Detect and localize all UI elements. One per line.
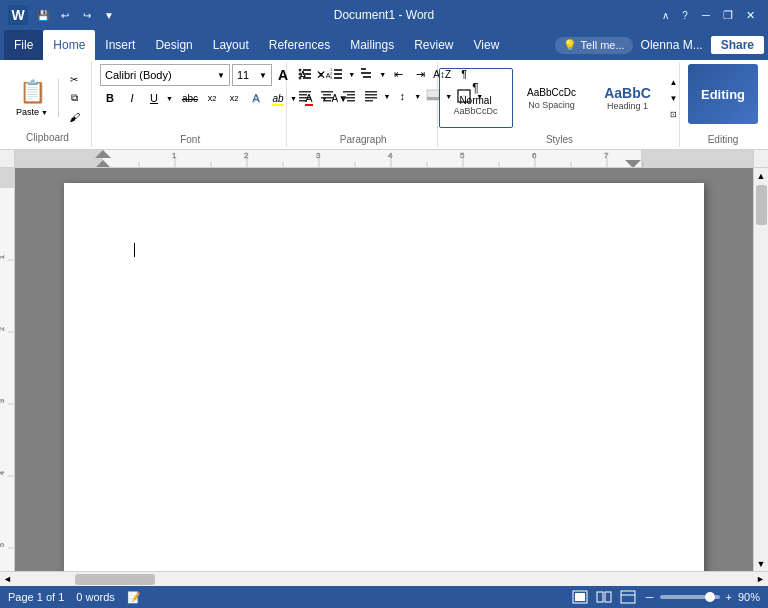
styles-container: ¶ Normal AaBbCcDc AaBbCcDc No Spacing Aa…: [439, 68, 665, 128]
style-normal[interactable]: ¶ Normal AaBbCcDc: [439, 68, 513, 128]
tab-layout[interactable]: Layout: [203, 30, 259, 60]
h-scroll-track[interactable]: [15, 572, 753, 586]
ruler-right-spacer: [753, 150, 768, 167]
zoom-slider[interactable]: [660, 595, 720, 599]
underline-button[interactable]: U: [144, 88, 164, 108]
tab-home[interactable]: Home: [43, 30, 95, 60]
increase-indent-button[interactable]: ⇥: [410, 64, 430, 84]
paste-button[interactable]: 📋 Paste ▼: [10, 69, 54, 127]
line-spacing-dropdown[interactable]: ▼: [414, 93, 421, 100]
ribbon-minimize-button[interactable]: ∧: [656, 6, 674, 24]
tell-me-input[interactable]: 💡 Tell me...: [555, 37, 633, 54]
tab-references[interactable]: References: [259, 30, 340, 60]
scroll-up-button[interactable]: ▲: [754, 168, 769, 183]
save-button[interactable]: 💾: [34, 6, 52, 24]
multilevel-dropdown[interactable]: ▼: [379, 71, 386, 78]
scroll-down-button[interactable]: ▼: [754, 556, 769, 571]
zoom-out-button[interactable]: ─: [644, 591, 656, 603]
font-name-selector[interactable]: Calibri (Body) ▼: [100, 64, 230, 86]
separator: [58, 79, 59, 117]
redo-button[interactable]: ↪: [78, 6, 96, 24]
highlight-color-button[interactable]: ab: [268, 88, 288, 108]
customize-button[interactable]: ▼: [100, 6, 118, 24]
view-reading-mode[interactable]: [596, 590, 612, 604]
styles-scroll-up[interactable]: ▲: [667, 75, 681, 89]
line-spacing-button[interactable]: ↕: [392, 86, 412, 106]
font-size-selector[interactable]: 11 ▼: [232, 64, 272, 86]
close-window-button[interactable]: ✕: [740, 5, 760, 25]
svg-rect-11: [334, 77, 342, 79]
align-right-button[interactable]: [339, 86, 359, 106]
scroll-thumb[interactable]: [756, 185, 767, 225]
view-print-layout[interactable]: [572, 590, 588, 604]
zoom-in-button[interactable]: +: [724, 591, 734, 603]
svg-text:4: 4: [388, 151, 393, 160]
tab-review[interactable]: Review: [404, 30, 463, 60]
status-bar-right: ─ + 90%: [572, 590, 760, 604]
paste-dropdown-icon[interactable]: ▼: [41, 109, 48, 116]
svg-rect-26: [347, 94, 355, 96]
style-heading1[interactable]: AaBbC Heading 1: [591, 68, 665, 128]
decrease-indent-button[interactable]: ⇤: [388, 64, 408, 84]
bold-button[interactable]: B: [100, 88, 120, 108]
status-bar: Page 1 of 1 0 words 📝 ─ + 90%: [0, 586, 768, 608]
numbering-button[interactable]: 1.2.3.: [326, 64, 346, 84]
h-scroll-right-button[interactable]: ►: [753, 572, 768, 587]
justify-button[interactable]: [361, 86, 381, 106]
share-button[interactable]: Share: [711, 36, 764, 54]
editing-button[interactable]: Editing: [688, 64, 758, 124]
tab-view[interactable]: View: [464, 30, 510, 60]
style-no-spacing[interactable]: AaBbCcDc No Spacing: [515, 68, 589, 128]
copy-button[interactable]: ⧉: [63, 89, 85, 107]
scroll-track[interactable]: [754, 183, 768, 556]
tab-mailings[interactable]: Mailings: [340, 30, 404, 60]
restore-window-button[interactable]: ❐: [718, 5, 738, 25]
bullets-dropdown[interactable]: ▼: [317, 71, 324, 78]
align-center-button[interactable]: [317, 86, 337, 106]
svg-text:6: 6: [532, 151, 537, 160]
multilevel-list-button[interactable]: [357, 64, 377, 84]
svg-rect-23: [321, 97, 333, 99]
bullets-button[interactable]: [295, 64, 315, 84]
numbering-dropdown[interactable]: ▼: [348, 71, 355, 78]
proofing-icon[interactable]: 📝: [127, 591, 141, 604]
italic-button[interactable]: I: [122, 88, 142, 108]
font-color-button[interactable]: A: [299, 88, 319, 108]
subscript-button[interactable]: x2: [202, 88, 222, 108]
svg-rect-22: [323, 94, 331, 96]
svg-rect-3: [303, 73, 311, 75]
tab-file[interactable]: File: [4, 30, 43, 60]
minimize-window-button[interactable]: ─: [696, 5, 716, 25]
svg-rect-39: [641, 150, 753, 168]
underline-dropdown[interactable]: ▼: [166, 95, 178, 102]
svg-rect-9: [334, 73, 342, 75]
styles-expand[interactable]: ⊡: [667, 107, 681, 121]
tab-design[interactable]: Design: [145, 30, 202, 60]
svg-text:2: 2: [0, 327, 5, 331]
format-painter-button[interactable]: 🖌: [63, 108, 85, 126]
view-web-layout[interactable]: [620, 590, 636, 604]
cut-button[interactable]: ✂: [63, 70, 85, 88]
styles-scroll-down[interactable]: ▼: [667, 91, 681, 105]
ribbon-toolbar: 📋 Paste ▼ ✂ ⧉ 🖌 Clipboard Calibri (Body): [0, 60, 768, 150]
h-scroll-thumb[interactable]: [75, 574, 155, 585]
zoom-controls: ─ + 90%: [644, 591, 760, 603]
help-button[interactable]: ?: [676, 6, 694, 24]
undo-button[interactable]: ↩: [56, 6, 74, 24]
text-effects-button[interactable]: A: [246, 88, 266, 108]
tab-insert[interactable]: Insert: [95, 30, 145, 60]
user-account-button[interactable]: Olenna M...: [641, 38, 703, 52]
zoom-level[interactable]: 90%: [738, 591, 760, 603]
lightbulb-icon: 💡: [563, 39, 577, 52]
superscript-button[interactable]: x2: [224, 88, 244, 108]
svg-text:2: 2: [244, 151, 249, 160]
svg-text:3.: 3.: [330, 75, 333, 80]
justify-dropdown[interactable]: ▼: [383, 93, 390, 100]
h-scroll-left-button[interactable]: ◄: [0, 572, 15, 587]
zoom-thumb[interactable]: [705, 592, 715, 602]
clipboard-group: 📋 Paste ▼ ✂ ⧉ 🖌 Clipboard: [4, 62, 92, 147]
document-page[interactable]: www.fullcrackindir.com: [64, 183, 704, 571]
strikethrough-button[interactable]: abc: [180, 88, 200, 108]
svg-rect-78: [597, 592, 603, 602]
svg-text:3: 3: [316, 151, 321, 160]
